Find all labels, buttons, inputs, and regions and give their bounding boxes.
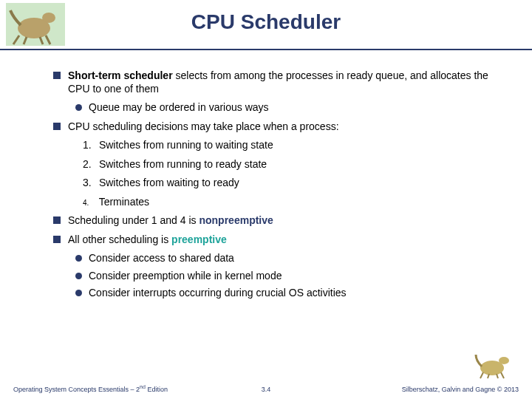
list-number: 1. [83,139,96,152]
footer-book-title: Operating System Concepts Essentials – 2… [13,384,168,393]
bullet-text: Scheduling under 1 and 4 is [68,214,199,226]
list-text: Switches from waiting to ready [99,177,239,188]
slide-footer: Operating System Concepts Essentials – 2… [0,378,532,393]
svg-point-2 [42,13,55,23]
bullet-text: All other scheduling is [68,233,171,245]
bullet-scheduling-decisions: CPU scheduling decisions may take place … [53,120,502,134]
svg-point-4 [499,357,509,364]
list-text: Terminates [99,196,149,208]
list-item-3: 3. Switches from waiting to ready [80,177,502,190]
footer-copyright: Silberschatz, Galvin and Gagne © 2013 [402,386,519,393]
slide-title: CPU Scheduler [0,0,532,34]
list-item-1: 1. Switches from running to waiting stat… [80,139,502,152]
bullet-preemptive: All other scheduling is preemptive [53,233,502,247]
sub-bullet-interrupts: Consider interrupts occurring during cru… [74,287,502,300]
list-text: Switches from running to ready state [99,158,267,170]
list-item-4: 4. Terminates [80,196,502,209]
slide-content: Short-term scheduler selects from among … [0,50,532,300]
list-item-2: 2. Switches from running to ready state [80,158,502,171]
term-short-term-scheduler: Short-term scheduler [68,69,173,81]
slide-header: CPU Scheduler [0,0,532,50]
term-preemptive: preemptive [171,233,227,245]
term-nonpreemptive: nonpreemptive [199,214,273,226]
sub-bullet-kernel-mode: Consider preemption while in kernel mode [74,270,502,283]
sub-bullet-shared-data: Consider access to shared data [74,252,502,265]
footer-page-number: 3.4 [262,386,271,393]
dinosaur-icon [474,350,514,380]
dinosaur-icon [6,3,65,46]
list-number: 3. [83,177,96,190]
sub-bullet-queue-order: Queue may be ordered in various ways [74,101,502,115]
list-number: 4. [83,199,96,208]
list-number: 2. [83,158,96,171]
bullet-short-term: Short-term scheduler selects from among … [53,69,502,95]
slide: CPU Scheduler Short-term scheduler selec… [0,0,532,399]
bullet-nonpreemptive: Scheduling under 1 and 4 is nonpreemptiv… [53,214,502,228]
list-text: Switches from running to waiting state [99,139,273,151]
